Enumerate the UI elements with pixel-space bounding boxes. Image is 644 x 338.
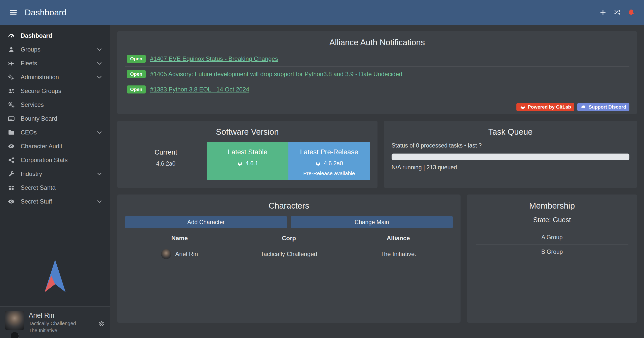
sidebar: Dashboard Groups Fleets Administration S… (0, 25, 110, 338)
bell-icon[interactable] (627, 9, 635, 16)
user-group-icon (8, 87, 15, 95)
sidebar-item-label: Secret Stuff (21, 198, 52, 205)
sidebar-item-industry[interactable]: Industry (0, 167, 110, 181)
sidebar-item-fleets[interactable]: Fleets (0, 56, 110, 70)
sidebar-item-label: Fleets (21, 60, 37, 67)
eye-icon (8, 198, 15, 205)
sidebar-item-label: Secret Santa (21, 184, 56, 191)
column-header-alliance: Alliance (344, 231, 453, 246)
user-avatar (5, 311, 24, 330)
share-nodes-icon (8, 156, 15, 164)
characters-table: Name Corp Alliance Ariel Rin Tactic (125, 231, 453, 262)
user-info: Ariel Rin Tactically Challenged The Init… (29, 311, 76, 333)
gitlab-badge-label: Powered by GitLab (528, 104, 571, 110)
top-navbar: Dashboard (0, 0, 644, 25)
alliance-auth-logo (0, 258, 110, 306)
user-icon (8, 46, 15, 53)
version-latest-stable[interactable]: Latest Stable 4.6.1 (207, 142, 288, 180)
discord-badge-label: Support Discord (589, 104, 626, 110)
notifications-list: Open #1407 EVE Equinox Status - Breaking… (125, 51, 629, 97)
gitlab-icon (520, 104, 526, 110)
task-queue-status: Status of 0 processed tasks • last ? (392, 142, 629, 149)
version-prerelease-value: 4.6.2a0 (324, 160, 343, 167)
table-header-row: Name Corp Alliance (125, 231, 453, 246)
user-corp: Tactically Challenged (29, 321, 76, 326)
status-badge: Open (127, 55, 146, 63)
software-version-title: Software Version (125, 127, 370, 137)
sidebar-item-ceos[interactable]: CEOs (0, 125, 110, 139)
gitlab-icon (237, 161, 243, 167)
sidebar-menu: Dashboard Groups Fleets Administration S… (0, 25, 110, 208)
version-stable-value: 4.6.1 (245, 160, 258, 167)
sidebar-item-secret-santa[interactable]: Secret Santa (0, 181, 110, 195)
sidebar-item-label: Character Audit (21, 143, 62, 150)
tachometer-icon (8, 32, 15, 39)
folder-icon (8, 129, 15, 136)
user-name: Ariel Rin (29, 312, 76, 319)
add-character-button[interactable]: Add Character (125, 216, 287, 228)
version-current-value: 4.6.2a0 (156, 160, 176, 167)
sidebar-item-label: Bounty Board (21, 115, 57, 122)
hamburger-menu-icon[interactable] (9, 8, 18, 17)
chevron-down-icon (96, 171, 103, 177)
table-row: Ariel Rin Tactically Challenged The Init… (125, 246, 453, 262)
shuffle-icon[interactable] (613, 9, 621, 16)
membership-panel: Membership State: Guest A Group B Group (467, 195, 637, 323)
task-queue-progress-bar (392, 154, 629, 160)
notifications-panel: Alliance Auth Notifications Open #1407 E… (117, 31, 637, 114)
character-avatar (161, 249, 171, 259)
sidebar-item-secret-stuff[interactable]: Secret Stuff (0, 195, 110, 208)
sidebar-item-administration[interactable]: Administration (0, 70, 110, 84)
sidebar-item-bounty-board[interactable]: Bounty Board (0, 112, 110, 125)
notification-link[interactable]: #1405 Advisory: Future development will … (150, 71, 402, 78)
sidebar-item-groups[interactable]: Groups (0, 42, 110, 56)
version-stable-label: Latest Stable (207, 148, 288, 156)
task-queue-title: Task Queue (392, 127, 629, 137)
characters-buttons: Add Character Change Main (125, 216, 453, 228)
character-name: Ariel Rin (175, 251, 198, 258)
row-characters-membership: Characters Add Character Change Main Nam… (117, 195, 637, 323)
gift-icon (8, 184, 15, 191)
version-latest-prerelease[interactable]: Latest Pre-Release 4.6.2a0 Pre-Release a… (288, 142, 370, 180)
gitlab-icon (315, 161, 321, 167)
sidebar-item-secure-groups[interactable]: Secure Groups (0, 84, 110, 98)
notification-link[interactable]: #1383 Python 3.8 EOL - 14 Oct 2024 (150, 86, 249, 93)
row-software-taskqueue: Software Version Current 4.6.2a0 Latest … (117, 121, 637, 188)
discord-icon (581, 104, 587, 110)
sidebar-item-corporation-stats[interactable]: Corporation Stats (0, 153, 110, 167)
software-version-panel: Software Version Current 4.6.2a0 Latest … (117, 121, 377, 188)
column-header-corp: Corp (234, 231, 344, 246)
corp-emblem (10, 332, 19, 338)
notification-row: Open #1383 Python 3.8 EOL - 14 Oct 2024 (125, 82, 629, 97)
task-queue-panel: Task Queue Status of 0 processed tasks •… (384, 121, 637, 188)
notification-link[interactable]: #1407 EVE Equinox Status - Breaking Chan… (150, 55, 278, 62)
eye-icon (8, 142, 15, 150)
sidebar-item-label: Services (21, 101, 44, 108)
sidebar-item-label: Industry (21, 170, 42, 177)
gear-icon[interactable] (98, 320, 105, 327)
character-alliance: The Initiative. (344, 246, 453, 262)
group-row: A Group (476, 230, 628, 245)
change-main-button[interactable]: Change Main (291, 216, 453, 228)
sidebar-item-label: Dashboard (21, 32, 52, 39)
notifications-title: Alliance Auth Notifications (125, 38, 629, 47)
sidebar-user-card: Ariel Rin Tactically Challenged The Init… (0, 306, 110, 338)
group-row: B Group (476, 245, 628, 259)
discord-badge[interactable]: Support Discord (577, 103, 629, 111)
chevron-down-icon (96, 74, 103, 80)
sidebar-item-character-audit[interactable]: Character Audit (0, 139, 110, 153)
page-title: Dashboard (25, 8, 66, 17)
gitlab-badge[interactable]: Powered by GitLab (516, 103, 574, 111)
navbar-actions (599, 9, 635, 16)
membership-groups: A Group B Group (476, 230, 628, 259)
software-version-columns: Current 4.6.2a0 Latest Stable 4.6.1 Late… (125, 142, 370, 180)
wrench-icon (8, 170, 15, 178)
chevron-down-icon (96, 46, 103, 53)
sidebar-item-label: Administration (21, 74, 59, 81)
plus-icon[interactable] (599, 9, 607, 16)
chevron-down-icon (96, 129, 103, 136)
user-alliance: The Initiative. (29, 328, 76, 333)
sidebar-item-services[interactable]: Services (0, 98, 110, 112)
sidebar-item-dashboard[interactable]: Dashboard (0, 29, 110, 42)
version-current-label: Current (125, 149, 207, 156)
